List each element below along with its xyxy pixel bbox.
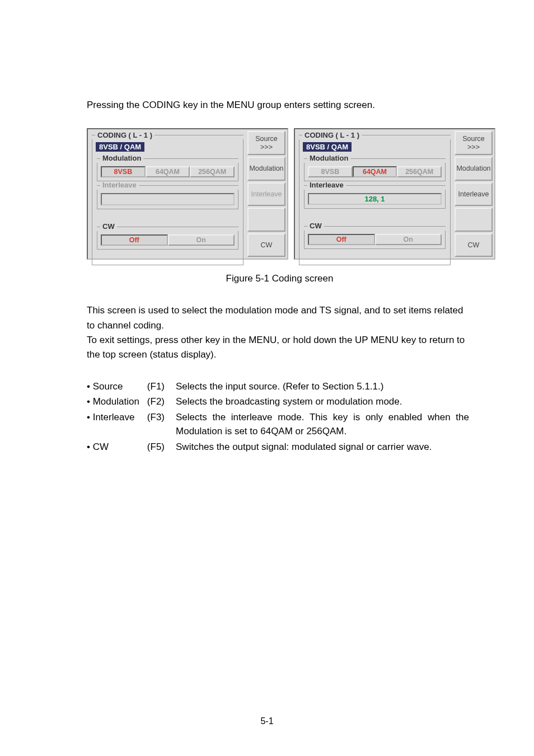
interleave-button-disabled: Interleave [247,182,285,206]
def-name: • CW [87,440,143,456]
mod-64qam[interactable]: 64QAM [146,166,190,177]
cw-selector[interactable]: Off On [101,234,235,246]
page: Pressing the CODING key in the MENU grou… [0,0,534,477]
source-label: Source [255,135,278,143]
mod-256qam[interactable]: 256QAM [190,166,235,177]
mode-tag: 8VSB / QAM [96,142,144,152]
modulation-group-label: Modulation [100,154,143,162]
mod-256qam-r[interactable]: 256QAM [397,166,442,177]
cw-on-r[interactable]: On [375,234,442,245]
mod-64qam-r[interactable]: 64QAM [353,166,397,177]
def-desc: Selects the interleave mode. This key is… [176,410,472,440]
mod-8vsb-r[interactable]: 8VSB [308,166,353,177]
source-button[interactable]: Source >>> [247,131,285,155]
modulation-button[interactable]: Modulation [247,157,285,181]
body-paragraph-1: This screen is used to select the modula… [87,303,472,333]
modulation-selector-r[interactable]: 8VSB 64QAM 256QAM [308,166,442,177]
cw-off[interactable]: Off [101,234,168,246]
table-row: • Interleave (F3) Selects the interleave… [87,410,472,440]
cw-off-r[interactable]: Off [308,234,375,245]
def-desc: Switches the output signal: modulated si… [176,440,472,456]
intro-paragraph: Pressing the CODING key in the MENU grou… [87,98,472,112]
coding-title-r: CODING ( L - 1 ) [302,131,362,139]
interleave-readout-empty [101,193,235,205]
source-button-r[interactable]: Source >>> [455,131,493,155]
def-fkey: (F5) [143,440,176,456]
modulation-button-r[interactable]: Modulation [455,157,493,181]
modulation-group-label-r: Modulation [307,154,350,162]
mode-tag-r: 8VSB / QAM [303,142,352,152]
definitions-table: • Source (F1) Selects the input source. … [87,379,472,456]
chevron-right-icon: >>> [260,143,273,151]
def-desc: Selects the broadcasting system or modul… [176,395,472,410]
def-fkey: (F2) [143,395,176,410]
interleave-group-label: Interleave [100,181,139,189]
cw-selector-r[interactable]: Off On [308,234,442,245]
def-fkey: (F3) [143,410,176,440]
cw-group-label: CW [100,222,117,231]
def-name: • Modulation [87,395,143,410]
panel-left-frame: CODING ( L - 1 ) 8VSB / QAM Modulation 8… [87,128,288,260]
interleave-readout: 128, 1 [308,193,442,205]
interleave-button-r[interactable]: Interleave [455,182,493,206]
panel-right-frame: CODING ( L - 1 ) 8VSB / QAM Modulation 8… [294,128,495,260]
body-paragraph-2: To exit settings, press other key in the… [87,333,472,363]
mod-8vsb[interactable]: 8VSB [101,166,146,177]
figure-container: CODING ( L - 1 ) 8VSB / QAM Modulation 8… [87,128,472,260]
def-name: • Source [87,379,143,395]
cw-group-label-r: CW [307,222,324,230]
cw-button-r[interactable]: CW [455,233,493,257]
table-row: • Source (F1) Selects the input source. … [87,379,472,395]
cw-on[interactable]: On [168,234,235,246]
def-fkey: (F1) [143,379,176,395]
table-row: • CW (F5) Switches the output signal: mo… [87,440,472,456]
interleave-group-label-r: Interleave [307,181,346,189]
cw-button[interactable]: CW [247,233,285,257]
table-row: • Modulation (F2) Selects the broadcasti… [87,395,472,410]
figure-caption: Figure 5-1 Coding screen [87,273,472,284]
def-desc: Selects the input source. (Refer to Sect… [176,379,472,395]
def-name: • Interleave [87,410,143,440]
blank-button-r [455,208,493,232]
blank-button [247,208,285,232]
chevron-right-icon-r: >>> [467,143,480,151]
coding-title: CODING ( L - 1 ) [95,131,154,139]
modulation-selector[interactable]: 8VSB 64QAM 256QAM [101,166,235,177]
source-label-r: Source [462,135,485,143]
